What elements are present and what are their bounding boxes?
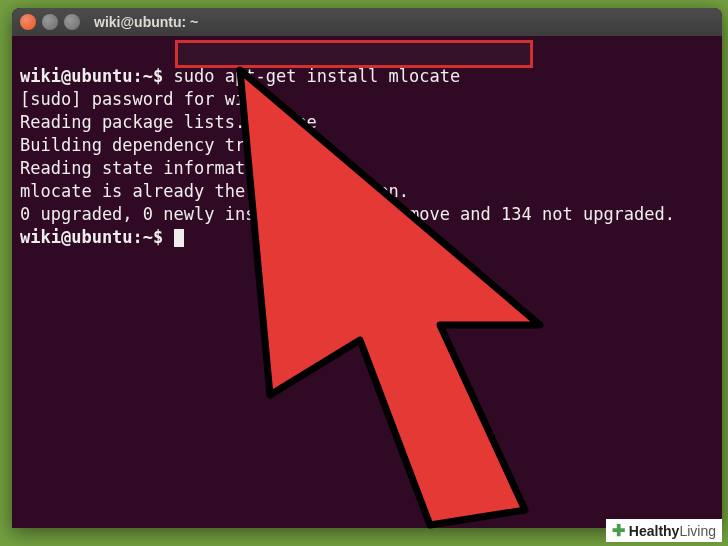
output-line: mlocate is already the newest version. (20, 181, 409, 201)
output-line: Reading package lists... Done (20, 112, 317, 132)
terminal-body[interactable]: wiki@ubuntu:~$ sudo apt-get install mloc… (12, 36, 722, 277)
plus-icon: ✚ (612, 521, 625, 540)
window-controls (20, 14, 80, 30)
close-icon[interactable] (20, 14, 36, 30)
window-titlebar[interactable]: wiki@ubuntu: ~ (12, 8, 722, 36)
maximize-icon[interactable] (64, 14, 80, 30)
window-title: wiki@ubuntu: ~ (94, 14, 198, 30)
terminal-window: wiki@ubuntu: ~ wiki@ubuntu:~$ sudo apt-g… (12, 8, 722, 528)
cursor-icon (174, 229, 184, 247)
shell-prompt: wiki@ubuntu:~$ (20, 66, 163, 86)
output-line: 0 upgraded, 0 newly installed, 0 to remo… (20, 204, 675, 224)
watermark-badge: ✚ HealthyLiving (606, 519, 722, 542)
command-text: sudo apt-get install mlocate (174, 66, 461, 86)
watermark-brand-1: Healthy (629, 523, 680, 539)
output-line: [sudo] password for wiki: (20, 89, 276, 109)
output-line: Reading state information... Done (20, 158, 358, 178)
shell-prompt: wiki@ubuntu:~$ (20, 227, 163, 247)
watermark-brand-2: Living (679, 523, 716, 539)
minimize-icon[interactable] (42, 14, 58, 30)
output-line: Building dependency tree (20, 135, 266, 155)
